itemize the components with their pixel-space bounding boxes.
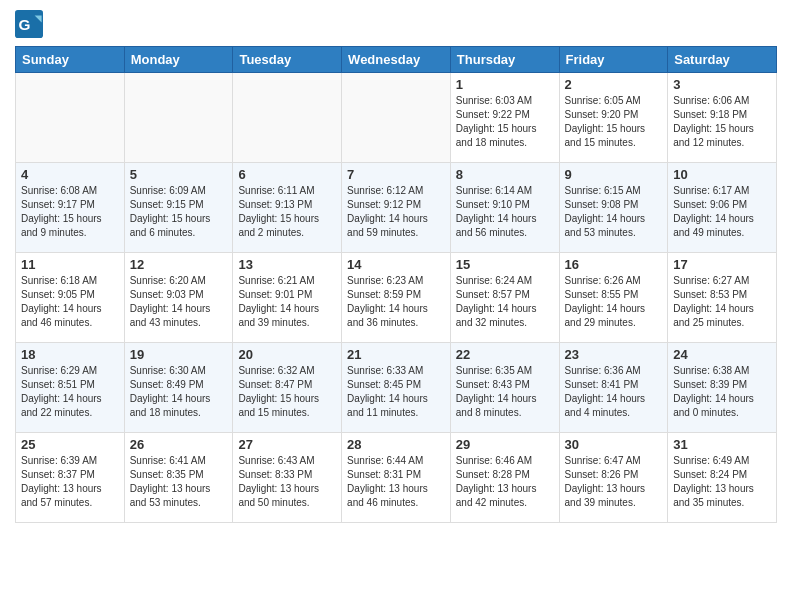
calendar-cell: 9Sunrise: 6:15 AM Sunset: 9:08 PM Daylig…: [559, 163, 668, 253]
calendar-cell: 16Sunrise: 6:26 AM Sunset: 8:55 PM Dayli…: [559, 253, 668, 343]
calendar-cell: 11Sunrise: 6:18 AM Sunset: 9:05 PM Dayli…: [16, 253, 125, 343]
day-info: Sunrise: 6:35 AM Sunset: 8:43 PM Dayligh…: [456, 364, 554, 420]
calendar-cell: 17Sunrise: 6:27 AM Sunset: 8:53 PM Dayli…: [668, 253, 777, 343]
calendar-cell: [233, 73, 342, 163]
day-number: 28: [347, 437, 445, 452]
day-number: 11: [21, 257, 119, 272]
day-info: Sunrise: 6:15 AM Sunset: 9:08 PM Dayligh…: [565, 184, 663, 240]
calendar-week-row: 18Sunrise: 6:29 AM Sunset: 8:51 PM Dayli…: [16, 343, 777, 433]
day-info: Sunrise: 6:29 AM Sunset: 8:51 PM Dayligh…: [21, 364, 119, 420]
page: G SundayMondayTuesdayWednesdayThursdayFr…: [0, 0, 792, 538]
day-info: Sunrise: 6:30 AM Sunset: 8:49 PM Dayligh…: [130, 364, 228, 420]
day-number: 17: [673, 257, 771, 272]
calendar-cell: 19Sunrise: 6:30 AM Sunset: 8:49 PM Dayli…: [124, 343, 233, 433]
day-number: 1: [456, 77, 554, 92]
day-info: Sunrise: 6:09 AM Sunset: 9:15 PM Dayligh…: [130, 184, 228, 240]
day-number: 23: [565, 347, 663, 362]
day-number: 16: [565, 257, 663, 272]
calendar-cell: 22Sunrise: 6:35 AM Sunset: 8:43 PM Dayli…: [450, 343, 559, 433]
day-info: Sunrise: 6:14 AM Sunset: 9:10 PM Dayligh…: [456, 184, 554, 240]
header: G: [15, 10, 777, 38]
day-info: Sunrise: 6:12 AM Sunset: 9:12 PM Dayligh…: [347, 184, 445, 240]
calendar-week-row: 4Sunrise: 6:08 AM Sunset: 9:17 PM Daylig…: [16, 163, 777, 253]
calendar-cell: 20Sunrise: 6:32 AM Sunset: 8:47 PM Dayli…: [233, 343, 342, 433]
day-number: 26: [130, 437, 228, 452]
day-info: Sunrise: 6:26 AM Sunset: 8:55 PM Dayligh…: [565, 274, 663, 330]
calendar-header-saturday: Saturday: [668, 47, 777, 73]
day-info: Sunrise: 6:08 AM Sunset: 9:17 PM Dayligh…: [21, 184, 119, 240]
day-number: 19: [130, 347, 228, 362]
day-info: Sunrise: 6:27 AM Sunset: 8:53 PM Dayligh…: [673, 274, 771, 330]
calendar-cell: 14Sunrise: 6:23 AM Sunset: 8:59 PM Dayli…: [342, 253, 451, 343]
day-number: 9: [565, 167, 663, 182]
day-number: 10: [673, 167, 771, 182]
day-info: Sunrise: 6:23 AM Sunset: 8:59 PM Dayligh…: [347, 274, 445, 330]
calendar-header-thursday: Thursday: [450, 47, 559, 73]
calendar-cell: 8Sunrise: 6:14 AM Sunset: 9:10 PM Daylig…: [450, 163, 559, 253]
calendar-header-friday: Friday: [559, 47, 668, 73]
calendar-cell: 18Sunrise: 6:29 AM Sunset: 8:51 PM Dayli…: [16, 343, 125, 433]
calendar-cell: 30Sunrise: 6:47 AM Sunset: 8:26 PM Dayli…: [559, 433, 668, 523]
day-info: Sunrise: 6:46 AM Sunset: 8:28 PM Dayligh…: [456, 454, 554, 510]
day-number: 8: [456, 167, 554, 182]
day-number: 29: [456, 437, 554, 452]
calendar-cell: 21Sunrise: 6:33 AM Sunset: 8:45 PM Dayli…: [342, 343, 451, 433]
calendar-cell: 28Sunrise: 6:44 AM Sunset: 8:31 PM Dayli…: [342, 433, 451, 523]
calendar-header-wednesday: Wednesday: [342, 47, 451, 73]
day-info: Sunrise: 6:20 AM Sunset: 9:03 PM Dayligh…: [130, 274, 228, 330]
day-info: Sunrise: 6:36 AM Sunset: 8:41 PM Dayligh…: [565, 364, 663, 420]
day-info: Sunrise: 6:03 AM Sunset: 9:22 PM Dayligh…: [456, 94, 554, 150]
day-number: 22: [456, 347, 554, 362]
day-number: 20: [238, 347, 336, 362]
day-info: Sunrise: 6:49 AM Sunset: 8:24 PM Dayligh…: [673, 454, 771, 510]
day-info: Sunrise: 6:17 AM Sunset: 9:06 PM Dayligh…: [673, 184, 771, 240]
day-number: 31: [673, 437, 771, 452]
day-info: Sunrise: 6:47 AM Sunset: 8:26 PM Dayligh…: [565, 454, 663, 510]
day-number: 27: [238, 437, 336, 452]
day-info: Sunrise: 6:33 AM Sunset: 8:45 PM Dayligh…: [347, 364, 445, 420]
logo: G: [15, 10, 45, 38]
day-number: 6: [238, 167, 336, 182]
day-info: Sunrise: 6:38 AM Sunset: 8:39 PM Dayligh…: [673, 364, 771, 420]
day-info: Sunrise: 6:06 AM Sunset: 9:18 PM Dayligh…: [673, 94, 771, 150]
calendar-cell: 10Sunrise: 6:17 AM Sunset: 9:06 PM Dayli…: [668, 163, 777, 253]
calendar-cell: 29Sunrise: 6:46 AM Sunset: 8:28 PM Dayli…: [450, 433, 559, 523]
calendar-header-tuesday: Tuesday: [233, 47, 342, 73]
calendar-header-monday: Monday: [124, 47, 233, 73]
day-number: 2: [565, 77, 663, 92]
calendar-cell: 15Sunrise: 6:24 AM Sunset: 8:57 PM Dayli…: [450, 253, 559, 343]
day-number: 25: [21, 437, 119, 452]
day-number: 21: [347, 347, 445, 362]
calendar-cell: [342, 73, 451, 163]
calendar-cell: 6Sunrise: 6:11 AM Sunset: 9:13 PM Daylig…: [233, 163, 342, 253]
day-number: 30: [565, 437, 663, 452]
day-info: Sunrise: 6:11 AM Sunset: 9:13 PM Dayligh…: [238, 184, 336, 240]
day-number: 3: [673, 77, 771, 92]
day-info: Sunrise: 6:39 AM Sunset: 8:37 PM Dayligh…: [21, 454, 119, 510]
calendar-cell: 25Sunrise: 6:39 AM Sunset: 8:37 PM Dayli…: [16, 433, 125, 523]
calendar-cell: 3Sunrise: 6:06 AM Sunset: 9:18 PM Daylig…: [668, 73, 777, 163]
calendar-cell: 1Sunrise: 6:03 AM Sunset: 9:22 PM Daylig…: [450, 73, 559, 163]
day-info: Sunrise: 6:41 AM Sunset: 8:35 PM Dayligh…: [130, 454, 228, 510]
day-number: 15: [456, 257, 554, 272]
calendar-cell: 4Sunrise: 6:08 AM Sunset: 9:17 PM Daylig…: [16, 163, 125, 253]
calendar-cell: [124, 73, 233, 163]
calendar-cell: 27Sunrise: 6:43 AM Sunset: 8:33 PM Dayli…: [233, 433, 342, 523]
calendar-week-row: 11Sunrise: 6:18 AM Sunset: 9:05 PM Dayli…: [16, 253, 777, 343]
day-number: 18: [21, 347, 119, 362]
calendar-cell: 23Sunrise: 6:36 AM Sunset: 8:41 PM Dayli…: [559, 343, 668, 433]
calendar-cell: 5Sunrise: 6:09 AM Sunset: 9:15 PM Daylig…: [124, 163, 233, 253]
calendar-header-row: SundayMondayTuesdayWednesdayThursdayFrid…: [16, 47, 777, 73]
day-info: Sunrise: 6:24 AM Sunset: 8:57 PM Dayligh…: [456, 274, 554, 330]
calendar-cell: 31Sunrise: 6:49 AM Sunset: 8:24 PM Dayli…: [668, 433, 777, 523]
calendar-cell: 13Sunrise: 6:21 AM Sunset: 9:01 PM Dayli…: [233, 253, 342, 343]
day-number: 24: [673, 347, 771, 362]
calendar-week-row: 25Sunrise: 6:39 AM Sunset: 8:37 PM Dayli…: [16, 433, 777, 523]
day-info: Sunrise: 6:32 AM Sunset: 8:47 PM Dayligh…: [238, 364, 336, 420]
calendar-cell: 7Sunrise: 6:12 AM Sunset: 9:12 PM Daylig…: [342, 163, 451, 253]
day-info: Sunrise: 6:21 AM Sunset: 9:01 PM Dayligh…: [238, 274, 336, 330]
calendar-week-row: 1Sunrise: 6:03 AM Sunset: 9:22 PM Daylig…: [16, 73, 777, 163]
calendar-cell: 26Sunrise: 6:41 AM Sunset: 8:35 PM Dayli…: [124, 433, 233, 523]
svg-text:G: G: [19, 16, 31, 33]
day-number: 7: [347, 167, 445, 182]
